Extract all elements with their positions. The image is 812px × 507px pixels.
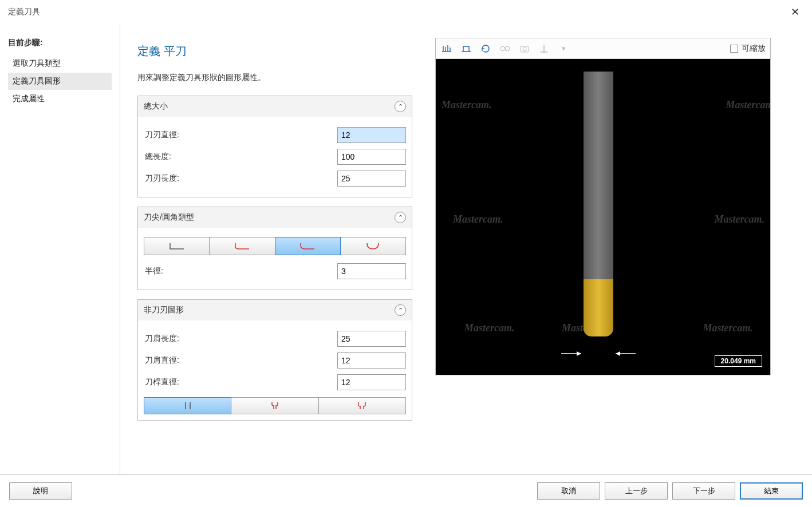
chevron-up-icon: ⌃ [398, 307, 403, 314]
content: 定義 平刀 用來調整定義刀具形狀的圖形屬性。 總大小 ⌃ 刀刃直徑: [120, 24, 812, 474]
scale-indicator: 20.049 mm [715, 355, 762, 367]
cutter-diameter-input[interactable] [337, 127, 406, 143]
sidebar-item-select-tool-type[interactable]: 選取刀具類型 [8, 55, 112, 72]
form-column: 定義 平刀 用來調整定義刀具形狀的圖形屬性。 總大小 ⌃ 刀刃直徑: [137, 38, 412, 461]
chevron-up-icon: ⌃ [398, 103, 403, 110]
tip-type-selector [144, 237, 406, 255]
chevron-up-icon: ⌃ [398, 214, 403, 221]
preview-view-front-icon[interactable] [440, 42, 453, 55]
panel-header-overall: 總大小 ⌃ [138, 96, 412, 117]
tool-shank-graphic [584, 72, 613, 279]
tip-ball-icon [362, 241, 383, 251]
main: 目前步驟: 選取刀具類型 定義刀具圖形 完成屬性 定義 平刀 用來調整定義刀具形… [0, 24, 812, 475]
preview-canvas[interactable]: Mastercam. Mastercam. Mastercam. Masterc… [436, 59, 770, 375]
checkbox-box-icon [730, 45, 738, 53]
panel-nonflute: 非刀刃圖形 ⌃ 刀肩長度: 刀肩直徑: [137, 299, 412, 421]
preview-align-icon [538, 42, 550, 55]
page-description: 用來調整定義刀具形狀的圖形屬性。 [137, 73, 412, 83]
titlebar: 定義刀具 ✕ [0, 0, 812, 24]
footer: 說明 取消 上一步 下一步 結束 [0, 475, 812, 507]
cancel-button[interactable]: 取消 [537, 482, 600, 500]
shoulder-length-input[interactable] [337, 331, 406, 347]
shank-type-step[interactable] [318, 397, 406, 414]
tip-radius-label: 半徑: [144, 266, 337, 276]
tip-type-flat[interactable] [144, 237, 210, 255]
panel-header-tip: 刀尖/圓角類型 ⌃ [138, 207, 412, 228]
shank-straight-icon [178, 401, 198, 411]
panel-title-nonflute: 非刀刃圖形 [144, 305, 184, 315]
collapse-toggle-overall[interactable]: ⌃ [395, 101, 406, 112]
shank-step-icon [352, 401, 372, 411]
panel-title-overall: 總大小 [144, 101, 168, 112]
svg-point-1 [505, 46, 510, 51]
finish-button[interactable]: 結束 [740, 482, 803, 500]
flute-length-label: 刀刃長度: [144, 173, 337, 184]
tip-type-ball[interactable] [340, 237, 406, 255]
window-title: 定義刀具 [8, 7, 40, 17]
help-button[interactable]: 說明 [9, 482, 72, 500]
collapse-toggle-tip[interactable]: ⌃ [395, 212, 406, 223]
svg-point-0 [500, 46, 505, 51]
svg-point-3 [523, 47, 526, 51]
panel-overall-size: 總大小 ⌃ 刀刃直徑: 總長度: 刀刃長 [137, 96, 412, 197]
shank-diameter-input[interactable] [337, 374, 406, 390]
tool-cutter-graphic [584, 279, 613, 336]
panel-title-tip: 刀尖/圓角類型 [144, 212, 194, 223]
overall-length-label: 總長度: [144, 152, 337, 162]
shoulder-diameter-input[interactable] [337, 352, 406, 369]
zoomable-label: 可縮放 [742, 43, 766, 54]
preview-panel: ▾ 可縮放 Mastercam. Mastercam. Mastercam. M… [435, 38, 771, 375]
sidebar-item-define-tool-shape[interactable]: 定義刀具圖形 [8, 73, 112, 90]
panel-header-nonflute: 非刀刃圖形 ⌃ [138, 300, 412, 320]
tip-radius-input[interactable] [337, 263, 406, 279]
collapse-toggle-nonflute[interactable]: ⌃ [395, 304, 406, 316]
shoulder-diameter-label: 刀肩直徑: [144, 355, 337, 366]
next-button[interactable]: 下一步 [672, 482, 735, 500]
overall-length-input[interactable] [337, 149, 406, 165]
preview-dropdown-icon: ▾ [557, 42, 570, 55]
tip-corner-radius-icon [297, 241, 318, 251]
zoomable-checkbox[interactable]: 可縮放 [730, 43, 766, 54]
sidebar: 目前步驟: 選取刀具類型 定義刀具圖形 完成屬性 [0, 24, 120, 474]
cutter-diameter-label: 刀刃直徑: [144, 130, 337, 140]
preview-camera-icon [518, 42, 531, 55]
tip-flat-icon [167, 241, 187, 251]
close-icon[interactable]: ✕ [786, 3, 804, 21]
page-heading: 定義 平刀 [137, 43, 412, 59]
shank-diameter-label: 刀桿直徑: [144, 377, 337, 387]
shank-type-straight[interactable] [144, 397, 231, 414]
preview-toolbar: ▾ 可縮放 [436, 38, 770, 59]
shank-type-selector [144, 397, 406, 414]
preview-link-icon [499, 42, 511, 55]
panel-tip-type: 刀尖/圓角類型 ⌃ [137, 207, 412, 290]
sidebar-heading: 目前步驟: [8, 38, 112, 48]
shoulder-length-label: 刀肩長度: [144, 334, 337, 344]
tip-chamfer-icon [232, 241, 253, 251]
flute-length-input[interactable] [337, 171, 406, 187]
preview-refresh-icon[interactable] [479, 42, 492, 55]
prev-button[interactable]: 上一步 [605, 482, 668, 500]
sidebar-item-finish-properties[interactable]: 完成屬性 [8, 90, 112, 108]
tip-type-chamfer[interactable] [209, 237, 275, 255]
preview-view-side-icon[interactable] [460, 42, 472, 55]
tip-type-corner-radius[interactable] [275, 237, 341, 255]
dimension-arrows-icon [558, 345, 638, 362]
shank-type-neck-tapered[interactable] [231, 397, 318, 414]
shank-neck-icon [265, 401, 285, 411]
